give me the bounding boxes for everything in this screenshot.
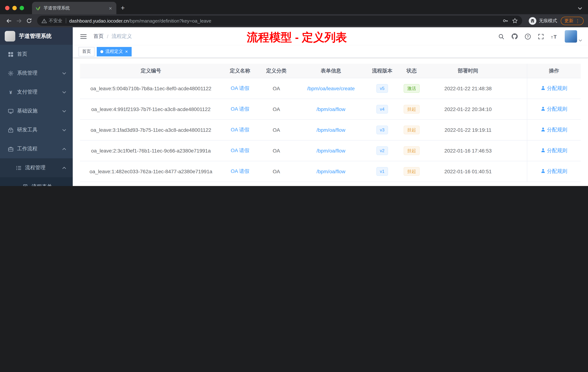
infrastructure-icon: [8, 108, 13, 114]
tab-close-icon[interactable]: ×: [108, 5, 113, 11]
hamburger-icon[interactable]: [79, 32, 88, 41]
assign-rule-link[interactable]: 分配规则: [541, 168, 567, 175]
form-info-link[interactable]: /bpm/oa/flow: [316, 106, 346, 112]
chrome-update-button[interactable]: 更新 ⋮: [561, 17, 584, 25]
sidebar-item[interactable]: ¥支付管理: [0, 83, 73, 101]
status-cell: 挂起: [397, 141, 426, 161]
table-row: oa_leave:4:991f2193-7b7f-11ec-a3c8-acde4…: [80, 99, 581, 120]
new-tab-button[interactable]: +: [121, 4, 125, 12]
update-label: 更新: [564, 18, 573, 24]
main-area: 首页 / 流程定义 流程模型 - 定义列表 ?: [73, 27, 588, 186]
tag-close-icon[interactable]: ×: [125, 49, 128, 54]
assign-rule-label: 分配规则: [547, 106, 567, 112]
assign-rule-label: 分配规则: [547, 85, 567, 92]
sidebar-item[interactable]: 工作流程: [0, 139, 73, 158]
not-secure-label: 不安全: [49, 18, 62, 24]
version-cell: v1: [367, 161, 397, 182]
url-bar[interactable]: 不安全 dashboard.yudao.iocoder.cn /bpm/mana…: [37, 16, 522, 26]
form-info-link[interactable]: /bpm/oa/leave/create: [307, 86, 355, 91]
status-tag: 挂起: [404, 167, 420, 176]
logo-avatar: [5, 31, 15, 41]
assign-rule-link[interactable]: 分配规则: [541, 85, 567, 92]
navbar-actions: ? TT: [498, 30, 582, 43]
version-tag: v5: [376, 84, 388, 93]
chevron-down-icon: [62, 129, 66, 131]
version-cell: v2: [367, 141, 397, 161]
table-row: oa_leave:2:3c1f0ef1-76b1-11ec-9c66-a2380…: [80, 141, 581, 161]
status-cell: 挂起: [397, 99, 426, 119]
browser-tab[interactable]: 芋道管理系统 ×: [32, 2, 116, 14]
sidebar-item[interactable]: 首页: [0, 45, 73, 64]
sidebar-item[interactable]: 基础设施: [0, 101, 73, 120]
chevron-down-icon: [62, 110, 66, 112]
sidebar-item[interactable]: 流程管理: [0, 158, 73, 177]
action-cell: 分配规则: [527, 141, 581, 161]
zoom-window-button[interactable]: [20, 6, 24, 10]
fullscreen-icon[interactable]: [538, 33, 544, 40]
definition-category-cell: OA: [258, 78, 294, 99]
password-key-icon[interactable]: [503, 18, 508, 24]
forward-button[interactable]: [14, 16, 24, 26]
person-small: [541, 148, 546, 153]
sidebar-item[interactable]: 流程表单: [0, 177, 73, 186]
workflow-icon: [8, 146, 13, 152]
tag-dot: [100, 50, 103, 53]
col-header-definition-name: 定义名称: [222, 64, 258, 78]
help-icon[interactable]: ?: [525, 33, 531, 40]
back-button[interactable]: [4, 16, 14, 26]
definition-name-link[interactable]: OA 请假: [231, 127, 250, 133]
form-info-link[interactable]: /bpm/oa/flow: [316, 169, 346, 174]
definition-name-link[interactable]: OA 请假: [231, 106, 250, 112]
sidebar-logo[interactable]: 芋道管理系统: [0, 27, 73, 45]
sidebar-item-label: 流程表单: [32, 184, 52, 186]
tag-item[interactable]: 首页: [79, 47, 94, 56]
reload-button[interactable]: [24, 16, 34, 26]
tag-label: 首页: [82, 48, 91, 55]
form-info-link[interactable]: /bpm/oa/flow: [316, 127, 346, 133]
font-size-icon[interactable]: TT: [551, 34, 558, 39]
close-window-button[interactable]: [5, 6, 10, 10]
browser-window: 芋道管理系统 × + 不安全 dashboard.yudao.io: [0, 0, 588, 186]
tag-label: 流程定义: [105, 48, 123, 55]
definition-table: 定义编号 定义名称 定义分类 表单信息 流程版本 状态 部署时间 操作 oa_l…: [80, 64, 581, 182]
bookmark-star-icon[interactable]: [512, 18, 518, 24]
definition-category-cell: OA: [258, 161, 294, 182]
not-secure-badge[interactable]: 不安全: [42, 18, 62, 24]
form-info-link[interactable]: /bpm/oa/flow: [316, 148, 346, 153]
assign-rule-link[interactable]: 分配规则: [541, 106, 567, 112]
svg-text:?: ?: [527, 34, 529, 38]
version-tag: v2: [376, 146, 388, 155]
action-cell: 分配规则: [527, 120, 581, 140]
dashboard-icon: [8, 52, 13, 57]
url-host: dashboard.yudao.iocoder.cn: [69, 18, 129, 23]
user-avatar[interactable]: [565, 30, 582, 43]
status-tag: 挂起: [404, 105, 420, 114]
definition-name-cell: OA 请假: [222, 161, 258, 182]
definition-name-link[interactable]: OA 请假: [231, 85, 250, 92]
tag-active[interactable]: 流程定义×: [97, 47, 131, 56]
minimize-window-button[interactable]: [12, 6, 17, 10]
sidebar: 芋道管理系统 首页系统管理¥支付管理基础设施研发工具工作流程流程管理流程表单用户…: [0, 27, 73, 186]
sidebar-item[interactable]: 研发工具: [0, 120, 73, 139]
traffic-lights: [5, 6, 24, 10]
definition-name-link[interactable]: OA 请假: [231, 168, 250, 175]
logo-title: 芋道管理系统: [19, 33, 52, 40]
sidebar-item[interactable]: 系统管理: [0, 64, 73, 83]
breadcrumb-home[interactable]: 首页: [94, 33, 104, 40]
definition-name-link[interactable]: OA 请假: [231, 147, 250, 154]
deploy-time-cell: 2022-01-16 01:40:51: [426, 161, 510, 182]
sidebar-item-label: 研发工具: [17, 127, 37, 133]
page-content: 定义编号 定义名称 定义分类 表单信息 流程版本 状态 部署时间 操作 oa_l…: [73, 58, 588, 186]
table-header-row: 定义编号 定义名称 定义分类 表单信息 流程版本 状态 部署时间 操作: [80, 64, 581, 78]
search-icon[interactable]: [498, 33, 504, 40]
version-tag: v1: [376, 167, 388, 176]
sidebar-item-label: 支付管理: [17, 89, 37, 95]
list-icon: [16, 165, 21, 171]
assign-rule-link[interactable]: 分配规则: [541, 147, 567, 154]
menu-dots-icon[interactable]: ⋮: [575, 18, 580, 23]
github-icon[interactable]: [511, 33, 518, 40]
assign-rule-link[interactable]: 分配规则: [541, 127, 567, 133]
action-cell: 分配规则: [527, 78, 581, 99]
chevron-up-icon: [62, 148, 66, 150]
tab-search-chevron-icon[interactable]: [578, 7, 582, 10]
